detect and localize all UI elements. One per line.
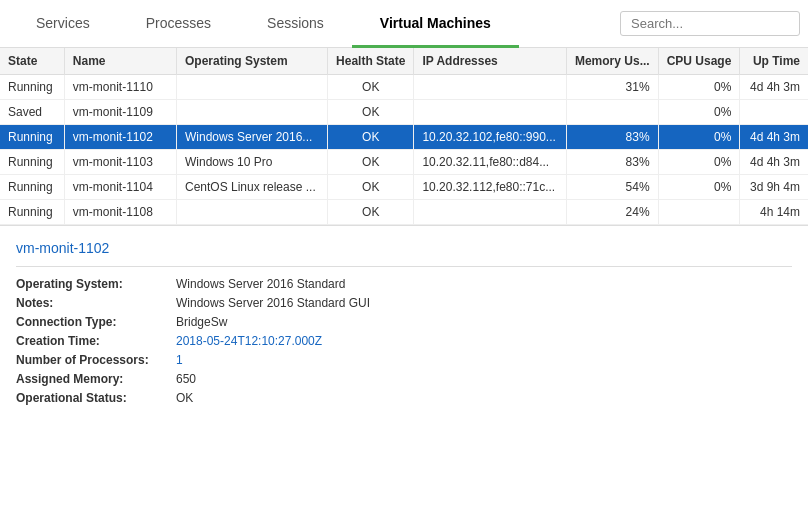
detail-field-value: Windows Server 2016 Standard: [176, 277, 792, 291]
nav-bar: Services Processes Sessions Virtual Mach…: [0, 0, 808, 48]
col-header-cpu: CPU Usage: [658, 48, 740, 75]
col-header-name: Name: [64, 48, 176, 75]
search-input[interactable]: [620, 11, 800, 36]
table-row[interactable]: Runningvm-monit-1108OK24%4h 14m: [0, 200, 808, 225]
table-header-row: State Name Operating System Health State…: [0, 48, 808, 75]
detail-field-value: 650: [176, 372, 792, 386]
detail-field-value: Windows Server 2016 Standard GUI: [176, 296, 792, 310]
col-header-memory: Memory Us...: [566, 48, 658, 75]
col-header-os: Operating System: [176, 48, 327, 75]
tab-processes[interactable]: Processes: [118, 0, 239, 48]
col-header-state: State: [0, 48, 64, 75]
col-header-health: Health State: [328, 48, 414, 75]
table-row[interactable]: Runningvm-monit-1110OK31%0%4d 4h 3m: [0, 75, 808, 100]
detail-field-value: 2018-05-24T12:10:27.000Z: [176, 334, 792, 348]
vm-table-container: State Name Operating System Health State…: [0, 48, 808, 225]
tab-virtual-machines[interactable]: Virtual Machines: [352, 0, 519, 48]
table-row[interactable]: Runningvm-monit-1104CentOS Linux release…: [0, 175, 808, 200]
table-row[interactable]: Savedvm-monit-1109OK0%: [0, 100, 808, 125]
detail-field-label: Assigned Memory:: [16, 372, 176, 386]
table-row[interactable]: Runningvm-monit-1103Windows 10 ProOK10.2…: [0, 150, 808, 175]
detail-field-label: Creation Time:: [16, 334, 176, 348]
detail-field-label: Operating System:: [16, 277, 176, 291]
col-header-uptime: Up Time: [740, 48, 808, 75]
detail-title: vm-monit-1102: [16, 240, 792, 256]
vm-table: State Name Operating System Health State…: [0, 48, 808, 225]
detail-field-label: Connection Type:: [16, 315, 176, 329]
detail-panel: vm-monit-1102 Operating System:Windows S…: [0, 225, 808, 419]
detail-field-label: Number of Processors:: [16, 353, 176, 367]
detail-field-value: BridgeSw: [176, 315, 792, 329]
tab-sessions[interactable]: Sessions: [239, 0, 352, 48]
col-header-ip: IP Addresses: [414, 48, 567, 75]
table-row[interactable]: Runningvm-monit-1102Windows Server 2016.…: [0, 125, 808, 150]
tab-services[interactable]: Services: [8, 0, 118, 48]
detail-field-value: OK: [176, 391, 792, 405]
detail-divider: [16, 266, 792, 267]
detail-field-label: Notes:: [16, 296, 176, 310]
detail-grid: Operating System:Windows Server 2016 Sta…: [16, 277, 792, 405]
detail-field-label: Operational Status:: [16, 391, 176, 405]
detail-field-value: 1: [176, 353, 792, 367]
